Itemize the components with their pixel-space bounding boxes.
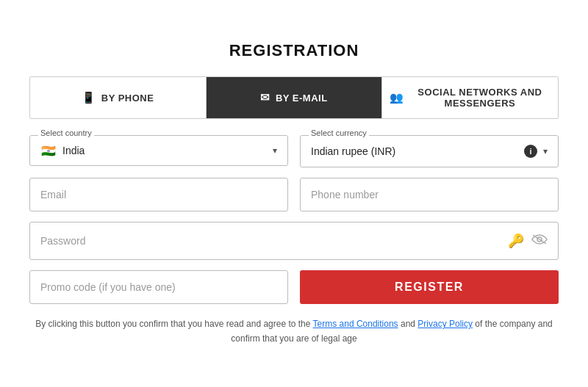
email-phone-row	[29, 178, 559, 211]
promo-field-group	[29, 270, 288, 304]
phone-field-group	[300, 178, 559, 211]
tab-social-label: SOCIAL NETWORKS AND MESSENGERS	[409, 87, 551, 109]
promo-input-wrapper	[29, 270, 288, 304]
password-field-group: 🔑	[29, 222, 559, 260]
social-icon: 👥	[390, 91, 404, 104]
password-icons: 🔑	[508, 233, 548, 249]
email-input[interactable]	[40, 189, 277, 200]
currency-select-wrapper[interactable]: Indian rupee (INR) i ▾ Indian rupee (INR…	[300, 135, 559, 167]
promo-register-row: REGISTER	[29, 270, 559, 304]
currency-label: Select currency	[309, 129, 369, 137]
password-input[interactable]	[40, 235, 502, 247]
phone-icon: 📱	[82, 91, 96, 104]
page-title: REGISTRATION	[29, 41, 559, 60]
tab-email[interactable]: ✉ BY E-MAIL	[207, 77, 383, 118]
key-icon[interactable]: 🔑	[508, 233, 524, 249]
tab-email-label: BY E-MAIL	[276, 93, 328, 104]
eye-slash-icon[interactable]	[531, 234, 548, 249]
password-input-wrapper: 🔑	[29, 222, 559, 260]
tab-social[interactable]: 👥 SOCIAL NETWORKS AND MESSENGERS	[382, 77, 558, 118]
promo-input[interactable]	[40, 281, 277, 293]
disclaimer-middle: and	[398, 319, 418, 329]
tab-phone[interactable]: 📱 BY PHONE	[30, 77, 207, 118]
country-select-wrapper[interactable]: 🇮🇳 India ▾ India	[29, 135, 288, 166]
password-row: 🔑	[29, 222, 559, 260]
phone-input[interactable]	[311, 189, 548, 200]
email-icon: ✉	[260, 91, 270, 104]
terms-link[interactable]: Terms and Conditions	[313, 319, 398, 329]
country-currency-row: Select country 🇮🇳 India ▾ India Select c…	[29, 135, 559, 167]
disclaimer-text: By clicking this button you confirm that…	[29, 317, 559, 345]
country-label: Select country	[38, 129, 94, 137]
currency-field-group: Select currency Indian rupee (INR) i ▾ I…	[300, 135, 559, 167]
registration-modal: REGISTRATION 📱 BY PHONE ✉ BY E-MAIL 👥 SO…	[0, 19, 588, 367]
register-button[interactable]: REGISTER	[300, 270, 559, 304]
phone-input-wrapper	[300, 178, 559, 211]
privacy-link[interactable]: Privacy Policy	[417, 319, 473, 329]
email-input-wrapper	[29, 178, 288, 211]
tab-bar: 📱 BY PHONE ✉ BY E-MAIL 👥 SOCIAL NETWORKS…	[29, 76, 559, 119]
tab-phone-label: BY PHONE	[101, 93, 154, 104]
disclaimer-before: By clicking this button you confirm that…	[35, 319, 312, 329]
country-field-group: Select country 🇮🇳 India ▾ India	[29, 135, 288, 167]
email-field-group	[29, 178, 288, 211]
